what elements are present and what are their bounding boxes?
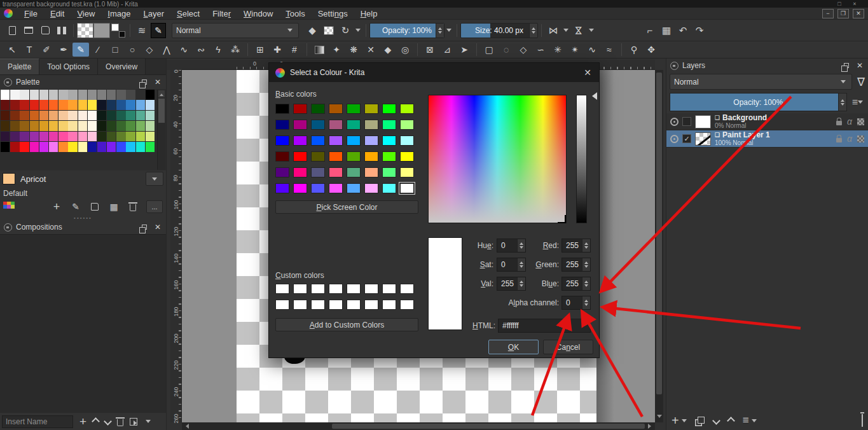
palette-swatch[interactable] — [20, 111, 29, 121]
palette-swatch[interactable] — [49, 142, 58, 152]
palette-swatch[interactable] — [88, 132, 97, 142]
basic-color-swatch[interactable] — [382, 183, 396, 193]
palette-swatch[interactable] — [146, 111, 155, 121]
layer-visibility-icon[interactable] — [670, 118, 679, 126]
show-grid-icon[interactable]: ▦ — [658, 22, 675, 39]
palette-swatch[interactable] — [39, 100, 48, 110]
html-input[interactable]: #ffffff — [498, 319, 591, 333]
basic-color-swatch[interactable] — [347, 167, 361, 177]
palette-chooser-icon[interactable] — [3, 202, 15, 212]
chevron-down-icon[interactable] — [682, 419, 687, 425]
undo-icon[interactable]: ↶ — [675, 22, 691, 39]
palette-swatch[interactable] — [49, 132, 58, 142]
add-composition-button[interactable]: + — [79, 415, 86, 429]
palette-swatch[interactable] — [68, 132, 77, 142]
tab-overview[interactable]: Overview — [98, 59, 146, 74]
palette-swatch[interactable] — [97, 100, 106, 110]
chevron-down-icon[interactable] — [355, 29, 361, 34]
move-layer-up-icon[interactable] — [728, 414, 734, 427]
palette-swatch[interactable] — [10, 111, 19, 121]
bezier-selection-tool[interactable]: ∿ — [584, 43, 600, 57]
palette-swatch[interactable] — [97, 132, 106, 142]
custom-color-swatch[interactable] — [275, 284, 289, 294]
menu-help[interactable]: Help — [354, 8, 384, 20]
basic-color-swatch[interactable] — [311, 135, 325, 146]
save-icon[interactable] — [37, 22, 53, 39]
palette-swatch[interactable] — [88, 90, 97, 100]
calligraphy-tool[interactable]: ✒ — [55, 43, 72, 57]
palette-swatch[interactable] — [1, 121, 10, 131]
basic-color-swatch[interactable] — [311, 151, 325, 162]
zoom-tool[interactable]: ⚲ — [626, 43, 642, 57]
layer-visibility-icon[interactable] — [670, 135, 679, 143]
add-color-button[interactable]: + — [51, 200, 62, 214]
enclose-fill-tool[interactable]: ◎ — [397, 43, 413, 57]
palette-swatch[interactable] — [116, 100, 125, 110]
palette-swatch[interactable] — [68, 111, 77, 121]
basic-color-swatch[interactable] — [329, 120, 343, 130]
menu-select[interactable]: Select — [170, 8, 206, 20]
shape-select-tool[interactable]: ↖ — [4, 43, 20, 57]
palette-swatch[interactable] — [136, 121, 145, 131]
horizontal-scrollbar[interactable] — [182, 422, 655, 430]
palette-swatch[interactable] — [39, 90, 48, 100]
vertical-scrollbar[interactable] — [655, 70, 663, 422]
palette-swatch[interactable] — [88, 111, 97, 121]
reference-images-tool[interactable]: ➤ — [456, 43, 472, 57]
text-tool[interactable]: T — [21, 43, 38, 57]
palette-swatch[interactable] — [136, 111, 145, 121]
menu-view[interactable]: View — [71, 8, 101, 20]
palette-swatch[interactable] — [1, 142, 10, 152]
alpha-channel-spinbox[interactable]: 0 — [561, 296, 591, 310]
color-sampler-tool[interactable]: ✦ — [328, 43, 345, 57]
window-close-button[interactable]: × — [850, 1, 860, 8]
palette-swatch[interactable] — [146, 90, 155, 100]
palette-swatch[interactable] — [107, 100, 116, 110]
polygon-tool[interactable]: ◇ — [141, 43, 158, 57]
palette-swatch[interactable] — [78, 121, 87, 131]
inherit-alpha-icon[interactable] — [857, 135, 864, 142]
bezier-curve-tool[interactable]: ∿ — [176, 43, 192, 57]
color-position-marker[interactable] — [558, 215, 566, 223]
palette-swatch[interactable] — [136, 132, 145, 142]
palette-swatch[interactable] — [116, 111, 125, 121]
move-down-icon[interactable] — [105, 419, 111, 424]
elliptical-selection-tool[interactable]: ◌ — [498, 43, 514, 57]
menu-layer[interactable]: Layer — [137, 8, 170, 20]
palette-swatch[interactable] — [49, 100, 58, 110]
scroll-left-arrow[interactable] — [183, 424, 189, 429]
palette-swatch[interactable] — [107, 132, 116, 142]
move-tool[interactable]: ✚ — [269, 43, 286, 57]
palette-swatch[interactable] — [146, 121, 155, 131]
palette-swatch[interactable] — [1, 132, 10, 142]
duplicate-layer-icon[interactable] — [698, 414, 705, 427]
palette-swatch[interactable] — [107, 142, 116, 152]
new-document-icon[interactable] — [4, 22, 20, 39]
basic-color-swatch[interactable] — [364, 104, 378, 114]
custom-color-swatch[interactable] — [329, 284, 343, 294]
split-view-icon[interactable] — [53, 22, 70, 39]
fill-tool[interactable]: ◆ — [380, 43, 396, 57]
basic-color-swatch[interactable] — [311, 167, 325, 177]
palette-swatch[interactable] — [116, 90, 125, 100]
subwindow-restore-button[interactable]: ❐ — [837, 9, 849, 18]
palette-swatch[interactable] — [68, 142, 77, 152]
palette-swatch[interactable] — [10, 142, 19, 152]
docker-drag-handle[interactable]: •••••• — [0, 215, 166, 220]
crop-tool[interactable]: # — [286, 43, 303, 57]
brush-editor-icon[interactable]: ✎ — [150, 22, 167, 39]
chevron-down-icon[interactable] — [589, 29, 594, 34]
eraser-mode-icon[interactable]: ◆ — [304, 22, 320, 39]
horizontal-mirror-icon[interactable]: ⋈ — [545, 22, 561, 39]
palette-swatch[interactable] — [49, 121, 58, 131]
basic-color-swatch[interactable] — [329, 104, 343, 114]
save-palette-icon[interactable] — [89, 203, 100, 211]
foreground-color[interactable] — [111, 24, 119, 31]
colorize-mask-tool[interactable]: ✕ — [362, 43, 379, 57]
basic-color-swatch[interactable] — [347, 151, 361, 162]
basic-color-swatch[interactable] — [400, 183, 414, 193]
basic-color-swatch[interactable] — [400, 104, 414, 114]
palette-swatch[interactable] — [30, 111, 39, 121]
palette-swatch[interactable] — [30, 132, 39, 142]
basic-color-swatch[interactable] — [275, 104, 289, 114]
